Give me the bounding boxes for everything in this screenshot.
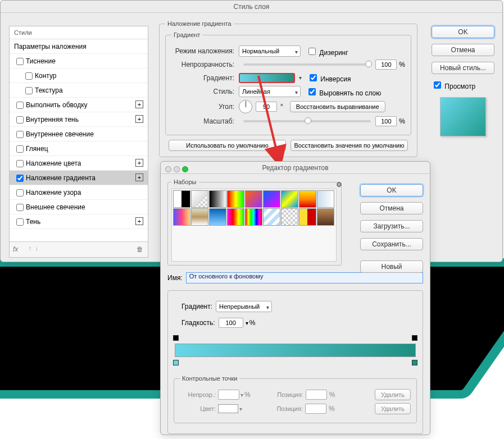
opacity-slider[interactable] — [243, 63, 371, 66]
gradient-editor-titlebar[interactable]: Редактор градиентов — [161, 162, 430, 174]
pattern-overlay-row[interactable]: Наложение узора — [10, 185, 148, 200]
gradient-preset[interactable] — [173, 190, 190, 208]
drop-shadow-row[interactable]: Тень+ — [10, 214, 148, 229]
minimize-window-icon[interactable] — [174, 166, 180, 172]
cancel-button[interactable]: Отмена — [432, 44, 494, 56]
cp-position-value-1[interactable] — [306, 390, 327, 400]
angle-dial[interactable] — [239, 100, 252, 113]
gradient-preset[interactable] — [281, 208, 298, 226]
gradient-preset[interactable] — [227, 208, 244, 226]
cp-color-well[interactable] — [218, 404, 238, 413]
gradient-preset[interactable] — [191, 208, 208, 226]
presets-gear-icon[interactable]: ⚙︎ — [336, 181, 342, 189]
layer-style-titlebar[interactable]: Стиль слоя — [1, 1, 502, 13]
opacity-stop-right[interactable] — [412, 335, 417, 341]
add-gradient-overlay-icon[interactable]: + — [135, 173, 143, 181]
add-stroke-icon[interactable]: + — [135, 100, 143, 108]
editor-new-button[interactable]: Новый — [360, 260, 423, 273]
align-checkbox[interactable] — [308, 88, 316, 95]
editor-ok-button[interactable]: OK — [360, 184, 423, 196]
dither-checkbox[interactable] — [308, 48, 316, 55]
inner-shadow-checkbox[interactable] — [16, 116, 24, 124]
gradient-preset[interactable] — [317, 208, 334, 226]
dither-option[interactable]: Дизеринг — [306, 46, 348, 57]
texture-row[interactable]: Текстура — [10, 83, 148, 98]
outer-glow-checkbox[interactable] — [16, 204, 24, 211]
blend-mode-select[interactable]: Нормальный — [239, 45, 301, 57]
color-stop-right[interactable] — [412, 360, 417, 365]
color-overlay-row[interactable]: Наложение цвета+ — [10, 156, 148, 171]
add-drop-shadow-icon[interactable]: + — [135, 217, 143, 225]
smoothness-dropdown-icon[interactable]: ▾ — [246, 320, 248, 326]
preview-checkbox[interactable] — [434, 81, 441, 89]
cp-opacity-value[interactable] — [218, 390, 239, 400]
opacity-slider-knob[interactable] — [365, 61, 372, 67]
color-overlay-checkbox[interactable] — [16, 160, 24, 167]
inner-glow-checkbox[interactable] — [16, 131, 24, 138]
gradient-overlay-row[interactable]: Наложение градиента+ — [10, 171, 148, 185]
gradient-bar[interactable] — [175, 344, 416, 357]
delete-opacity-stop-button[interactable]: Удалить — [375, 389, 411, 400]
delete-color-stop-button[interactable]: Удалить — [375, 403, 411, 414]
blending-options-row[interactable]: Параметры наложения — [10, 39, 148, 54]
reorder-arrows-icon[interactable]: ↑ ↓ — [29, 245, 38, 251]
reverse-option[interactable]: Инверсия — [307, 72, 351, 83]
gradient-preset[interactable] — [227, 190, 244, 208]
satin-checkbox[interactable] — [16, 145, 24, 153]
bevel-checkbox[interactable] — [16, 58, 24, 65]
presets-label: Наборы — [171, 179, 199, 185]
ok-button[interactable]: OK — [432, 26, 494, 38]
fx-menu-icon[interactable]: fx — [13, 245, 18, 253]
scale-value[interactable]: 100 — [375, 116, 397, 126]
inner-shadow-row[interactable]: Внутренняя тень+ — [10, 112, 148, 127]
satin-row[interactable]: Глянец — [10, 141, 148, 156]
inner-glow-row[interactable]: Внутреннее свечение — [10, 127, 148, 141]
texture-checkbox[interactable] — [25, 87, 33, 94]
opacity-stop-left[interactable] — [173, 335, 179, 341]
gradient-preset[interactable] — [263, 190, 280, 208]
cp-position-value-2[interactable] — [305, 404, 326, 414]
stroke-checkbox[interactable] — [16, 102, 24, 109]
gradient-preset[interactable] — [209, 190, 226, 208]
preview-option[interactable]: Просмотр — [432, 80, 494, 90]
add-color-overlay-icon[interactable]: + — [135, 159, 143, 167]
contour-row[interactable]: Контур — [10, 68, 148, 83]
reset-default-button[interactable]: Восстановить значения по умолчанию — [290, 140, 408, 151]
align-option[interactable]: Выровнять по слою — [306, 86, 381, 97]
color-stop-left[interactable] — [173, 360, 179, 365]
editor-cancel-button[interactable]: Отмена — [360, 202, 423, 214]
drop-shadow-checkbox[interactable] — [16, 218, 24, 226]
opacity-value[interactable]: 100 — [375, 60, 397, 70]
gradient-preset[interactable] — [191, 190, 208, 208]
add-inner-shadow-icon[interactable]: + — [135, 115, 143, 123]
gradient-preset[interactable] — [245, 190, 262, 208]
zoom-window-icon[interactable] — [182, 166, 188, 172]
gradient-preset[interactable] — [173, 208, 190, 226]
gradient-overlay-checkbox[interactable] — [16, 175, 24, 182]
editor-load-button[interactable]: Загрузить... — [360, 220, 423, 232]
trash-icon[interactable]: 🗑 — [137, 245, 143, 253]
outer-glow-row[interactable]: Внешнее свечение — [10, 200, 148, 214]
contour-checkbox[interactable] — [25, 72, 33, 80]
gradient-preset[interactable] — [317, 190, 334, 208]
scale-slider-knob[interactable] — [305, 117, 311, 124]
reverse-checkbox[interactable] — [310, 74, 317, 81]
dialog-buttons-column: OK Отмена Новый стиль... Просмотр — [432, 26, 494, 143]
new-style-button[interactable]: Новый стиль... — [432, 62, 494, 74]
gradient-preset[interactable] — [281, 190, 298, 208]
svg-line-0 — [258, 76, 278, 157]
close-window-icon[interactable] — [165, 166, 171, 172]
gradient-preset[interactable] — [209, 208, 226, 226]
gradient-preset[interactable] — [299, 208, 316, 226]
gradient-type-select[interactable]: Непрерывный — [216, 301, 272, 312]
gradient-preset[interactable] — [245, 208, 262, 226]
editor-save-button[interactable]: Сохранить... — [360, 238, 423, 250]
smoothness-value[interactable]: 100 — [219, 318, 243, 328]
gradient-preset[interactable] — [263, 208, 280, 226]
bevel-emboss-row[interactable]: Тиснение — [10, 54, 148, 68]
reset-alignment-button[interactable]: Восстановить выравнивание — [290, 101, 385, 112]
gradient-preset[interactable] — [299, 190, 316, 208]
name-label: Имя: — [167, 274, 183, 282]
stroke-row[interactable]: Выполнить обводку+ — [10, 98, 148, 112]
pattern-overlay-checkbox[interactable] — [16, 189, 24, 196]
